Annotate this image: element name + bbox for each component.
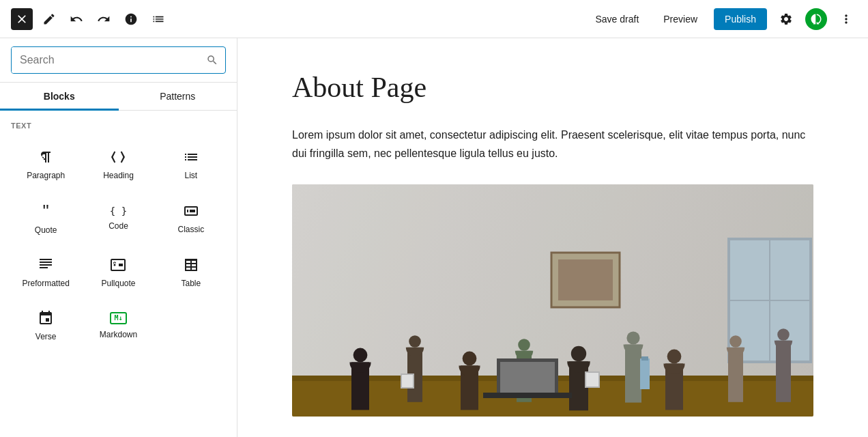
pullquote-label: Pullquote [101,279,135,288]
block-preformatted[interactable]: Preformatted [11,246,81,296]
list-view-button[interactable] [147,8,169,30]
save-draft-button[interactable]: Save draft [587,10,647,29]
verse-icon [38,310,54,326]
classic-label: Classic [177,225,204,234]
block-classic[interactable]: Classic [156,191,226,243]
paragraph-label: Paragraph [27,171,65,180]
block-markdown[interactable]: M↓ Markdown [83,299,153,350]
edit-icon-button[interactable] [38,8,60,30]
block-code[interactable]: { } Code [83,191,153,243]
classic-icon [183,203,199,219]
info-button[interactable] [120,8,142,30]
heading-icon [110,149,126,165]
publish-button[interactable]: Publish [714,8,767,30]
markdown-label: Markdown [100,330,137,339]
quote-label: Quote [35,225,57,235]
tab-blocks[interactable]: Blocks [0,83,119,110]
verse-label: Verse [35,332,57,341]
heading-label: Heading [103,171,134,180]
list-icon [183,149,199,165]
table-icon [183,257,199,273]
preformatted-label: Preformatted [22,279,69,288]
block-quote[interactable]: " Quote [11,191,81,243]
code-label: Code [108,221,128,231]
pullquote-icon [110,257,126,273]
page-title: About Page [292,71,813,104]
tab-patterns[interactable]: Patterns [119,83,237,110]
search-input[interactable] [12,47,199,73]
block-verse[interactable]: Verse [11,299,81,350]
paragraph-icon [38,149,54,165]
block-table[interactable]: Table [156,246,226,296]
code-icon: { } [110,206,127,216]
topbar-left [11,8,169,30]
topbar: Save draft Preview Publish [0,0,868,38]
block-pullquote[interactable]: Pullquote [83,246,153,296]
redo-button[interactable] [93,8,115,30]
block-grid: Paragraph Heading List [11,138,226,350]
search-input-wrapper [11,46,226,74]
search-icon-button[interactable] [199,48,225,72]
user-avatar-button[interactable] [805,8,827,30]
page-body-text: Lorem ipsum dolor sit amet, consectetur … [292,126,813,163]
preview-button[interactable]: Preview [655,10,706,29]
block-list[interactable]: List [156,138,226,188]
content-area: About Page Lorem ipsum dolor sit amet, c… [237,38,868,437]
sidebar: Blocks Patterns TEXT Paragraph He [0,38,237,437]
tabs: Blocks Patterns [0,83,237,111]
settings-button[interactable] [775,8,797,30]
undo-button[interactable] [66,8,87,30]
list-label: List [184,171,197,180]
topbar-right: Save draft Preview Publish [587,8,857,30]
table-label: Table [181,279,201,288]
block-heading[interactable]: Heading [83,138,153,188]
block-paragraph[interactable]: Paragraph [11,138,81,188]
category-text: TEXT [11,122,226,130]
main-layout: Blocks Patterns TEXT Paragraph He [0,38,868,437]
quote-icon: " [43,202,49,220]
markdown-icon: M↓ [110,312,126,324]
blocks-list: TEXT Paragraph Heading [0,111,237,437]
search-bar [0,38,237,83]
preformatted-icon [38,257,54,273]
content-image [292,184,813,417]
close-button[interactable] [11,8,33,30]
more-options-button[interactable] [835,8,857,30]
